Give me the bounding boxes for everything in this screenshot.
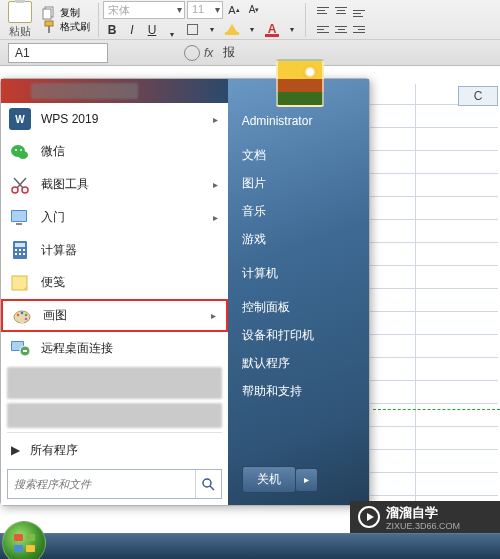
svg-rect-29	[20, 321, 24, 323]
right-item-control-panel[interactable]: 控制面板	[242, 293, 359, 321]
increase-font-button[interactable]: A▴	[225, 1, 243, 19]
right-item-computer[interactable]: 计算机	[242, 259, 359, 287]
scissors-icon	[9, 174, 31, 196]
svg-line-35	[210, 486, 214, 490]
bucket-icon	[227, 24, 237, 32]
svg-point-34	[203, 479, 211, 487]
search-icon[interactable]	[195, 470, 221, 498]
right-item-music[interactable]: 音乐	[242, 197, 359, 225]
start-menu: W WPS 2019 ▸ 微信 截图工具 ▸ 入门 ▸ 计算器 便笺 画图	[0, 78, 370, 506]
name-box[interactable]: A1	[8, 43, 108, 63]
cancel-icon[interactable]	[184, 45, 200, 61]
decrease-font-button[interactable]: A▾	[245, 1, 263, 19]
border-button[interactable]	[183, 21, 201, 39]
svg-rect-13	[12, 211, 26, 221]
svg-rect-1	[43, 9, 51, 19]
svg-rect-21	[19, 253, 21, 255]
sidebar-item-wechat[interactable]: 微信	[1, 136, 228, 169]
paste-label: 粘贴	[9, 24, 31, 39]
svg-point-25	[17, 313, 20, 316]
sidebar-item-sticky-notes[interactable]: 便笺	[1, 267, 228, 300]
fill-color-dropdown[interactable]: ▾	[243, 21, 261, 39]
alignment-group	[310, 1, 368, 38]
copy-icon	[42, 6, 56, 20]
copy-button[interactable]: 复制	[40, 6, 94, 20]
underline-dropdown[interactable]: ▾	[163, 21, 181, 39]
fx-label[interactable]: fx	[204, 46, 213, 60]
formula-input[interactable]: 报	[223, 44, 235, 61]
separator	[98, 3, 99, 37]
sidebar-item-calculator[interactable]: 计算器	[1, 234, 228, 267]
blurred-item[interactable]	[7, 403, 222, 429]
font-color-button[interactable]: A	[263, 21, 281, 39]
chevron-right-icon: ▸	[213, 179, 218, 190]
italic-button[interactable]: I	[123, 21, 141, 39]
shutdown-button[interactable]: 关机	[242, 466, 296, 493]
clipboard-small-buttons: 复制 格式刷	[40, 6, 94, 34]
font-group: 宋体▾ 11▾ A▴ A▾ B I U ▾ ▾ ▾ A ▾	[103, 1, 301, 39]
align-middle-button[interactable]	[332, 1, 350, 19]
watermark: 溜溜自学 ZIXUE.3D66.COM	[350, 501, 500, 533]
bold-button[interactable]: B	[103, 21, 121, 39]
border-dropdown[interactable]: ▾	[203, 21, 221, 39]
align-bottom-button[interactable]	[350, 1, 368, 19]
align-left-button[interactable]	[314, 20, 332, 38]
svg-rect-14	[16, 223, 22, 225]
sidebar-item-paint[interactable]: 画图 ▸	[1, 299, 228, 332]
column-header-c[interactable]: C	[458, 86, 498, 106]
start-menu-left-pane: W WPS 2019 ▸ 微信 截图工具 ▸ 入门 ▸ 计算器 便笺 画图	[1, 79, 228, 505]
font-size-combo[interactable]: 11▾	[187, 1, 223, 19]
right-item-administrator[interactable]: Administrator	[242, 107, 359, 135]
align-center-button[interactable]	[332, 20, 350, 38]
format-painter-button[interactable]: 格式刷	[40, 20, 94, 34]
svg-rect-22	[23, 253, 25, 255]
chevron-right-icon: ▸	[211, 310, 216, 321]
svg-point-6	[15, 149, 17, 151]
right-item-games[interactable]: 游戏	[242, 225, 359, 253]
align-top-button[interactable]	[314, 1, 332, 19]
blurred-item[interactable]	[7, 367, 222, 399]
page-break-line	[373, 409, 500, 410]
fill-color-button[interactable]	[223, 21, 241, 39]
start-menu-right-pane: Administrator 文档 图片 音乐 游戏 计算机 控制面板 设备和打印…	[228, 79, 369, 505]
chevron-right-icon: ▸	[213, 114, 218, 125]
svg-rect-23	[12, 276, 27, 290]
user-account-picture[interactable]	[276, 59, 324, 107]
brush-icon	[42, 20, 56, 34]
formula-bar-row: A1 fx 报	[0, 40, 500, 66]
sidebar-item-rdp[interactable]: 远程桌面连接	[1, 332, 228, 365]
svg-rect-16	[15, 243, 25, 247]
right-item-devices-printers[interactable]: 设备和打印机	[242, 321, 359, 349]
remote-desktop-icon	[9, 337, 31, 359]
right-item-pictures[interactable]: 图片	[242, 169, 359, 197]
shutdown-options-button[interactable]: ▸	[296, 468, 318, 492]
start-button[interactable]	[2, 521, 46, 559]
sidebar-item-wps[interactable]: W WPS 2019 ▸	[1, 103, 228, 136]
right-item-documents[interactable]: 文档	[242, 141, 359, 169]
right-item-help[interactable]: 帮助和支持	[242, 377, 359, 405]
all-programs-button[interactable]: ▶ 所有程序	[1, 435, 228, 465]
wechat-icon	[9, 141, 31, 163]
watermark-main: 溜溜自学	[386, 504, 460, 522]
svg-point-28	[25, 317, 28, 320]
sidebar-item-snip[interactable]: 截图工具 ▸	[1, 168, 228, 201]
taskbar[interactable]	[0, 533, 500, 559]
svg-rect-2	[45, 21, 53, 26]
search-input[interactable]	[8, 474, 195, 494]
font-name-combo[interactable]: 宋体▾	[103, 1, 185, 19]
border-icon	[187, 24, 198, 35]
wps-icon: W	[9, 108, 31, 130]
right-item-default-programs[interactable]: 默认程序	[242, 349, 359, 377]
getting-started-icon	[9, 206, 31, 228]
paste-group[interactable]: 粘贴	[4, 1, 36, 39]
search-box[interactable]	[7, 469, 222, 499]
svg-rect-17	[15, 249, 17, 251]
font-color-dropdown[interactable]: ▾	[283, 21, 301, 39]
sidebar-item-getting-started[interactable]: 入门 ▸	[1, 201, 228, 234]
sticky-note-icon	[9, 272, 31, 294]
align-right-button[interactable]	[350, 20, 368, 38]
underline-button[interactable]: U	[143, 21, 161, 39]
clipboard-icon	[8, 1, 32, 23]
windows-logo-icon	[13, 534, 35, 552]
svg-point-7	[20, 149, 22, 151]
